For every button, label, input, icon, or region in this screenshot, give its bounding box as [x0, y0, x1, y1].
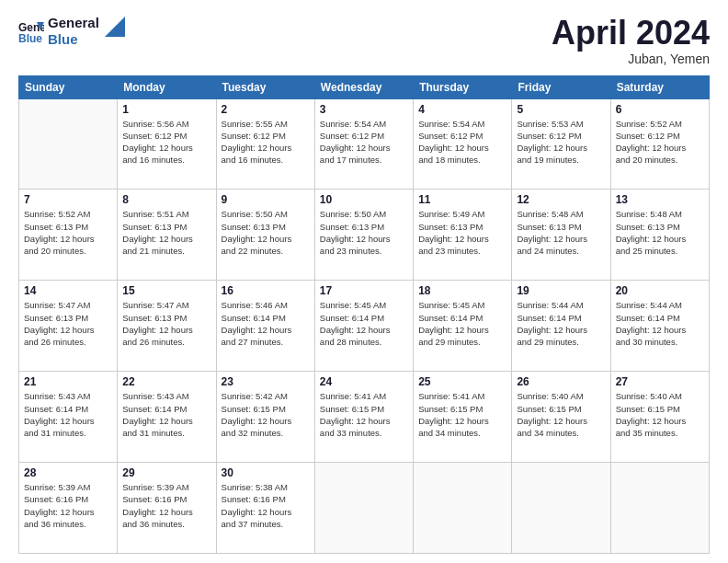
day-number: 20: [616, 284, 704, 297]
calendar-cell: 25Sunrise: 5:41 AMSunset: 6:15 PMDayligh…: [414, 372, 512, 463]
day-info: Sunrise: 5:54 AMSunset: 6:12 PMDaylight:…: [320, 118, 408, 167]
calendar-cell: 6Sunrise: 5:52 AMSunset: 6:12 PMDaylight…: [610, 98, 709, 190]
day-number: 10: [320, 193, 408, 206]
day-number: 26: [517, 375, 605, 388]
calendar-week-row: 7Sunrise: 5:52 AMSunset: 6:13 PMDaylight…: [19, 190, 710, 281]
day-info: Sunrise: 5:41 AMSunset: 6:15 PMDaylight:…: [418, 390, 506, 439]
day-info: Sunrise: 5:48 AMSunset: 6:13 PMDaylight:…: [616, 208, 704, 257]
calendar-cell: 30Sunrise: 5:38 AMSunset: 6:16 PMDayligh…: [216, 463, 314, 554]
day-number: 1: [122, 103, 210, 116]
day-number: 8: [122, 193, 210, 206]
calendar-cell: 15Sunrise: 5:47 AMSunset: 6:13 PMDayligh…: [118, 281, 216, 372]
calendar-week-row: 14Sunrise: 5:47 AMSunset: 6:13 PMDayligh…: [19, 281, 710, 372]
calendar-cell: 17Sunrise: 5:45 AMSunset: 6:14 PMDayligh…: [314, 281, 413, 372]
calendar-cell: 23Sunrise: 5:42 AMSunset: 6:15 PMDayligh…: [216, 372, 314, 463]
day-info: Sunrise: 5:51 AMSunset: 6:13 PMDaylight:…: [122, 208, 210, 257]
title-block: April 2024 Juban, Yemen: [552, 15, 710, 66]
day-number: 30: [222, 466, 310, 479]
calendar-cell: 12Sunrise: 5:48 AMSunset: 6:13 PMDayligh…: [512, 190, 610, 281]
calendar-cell: [610, 463, 709, 554]
calendar-cell: 3Sunrise: 5:54 AMSunset: 6:12 PMDaylight…: [314, 98, 413, 190]
month-title: April 2024: [552, 15, 710, 52]
day-info: Sunrise: 5:45 AMSunset: 6:14 PMDaylight:…: [418, 299, 506, 348]
day-info: Sunrise: 5:39 AMSunset: 6:16 PMDaylight:…: [122, 481, 210, 530]
calendar-cell: 16Sunrise: 5:46 AMSunset: 6:14 PMDayligh…: [216, 281, 314, 372]
calendar-cell: [19, 98, 118, 190]
calendar-week-row: 28Sunrise: 5:39 AMSunset: 6:16 PMDayligh…: [19, 463, 710, 554]
day-info: Sunrise: 5:45 AMSunset: 6:14 PMDaylight:…: [320, 299, 408, 348]
day-number: 19: [517, 284, 605, 297]
day-number: 11: [418, 193, 506, 206]
weekday-header-friday: Friday: [512, 75, 610, 98]
svg-marker-3: [105, 17, 125, 37]
weekday-header-monday: Monday: [118, 75, 216, 98]
day-number: 25: [418, 375, 506, 388]
day-number: 9: [222, 193, 310, 206]
calendar-cell: 5Sunrise: 5:53 AMSunset: 6:12 PMDaylight…: [512, 98, 610, 190]
day-info: Sunrise: 5:53 AMSunset: 6:12 PMDaylight:…: [517, 118, 605, 167]
day-info: Sunrise: 5:47 AMSunset: 6:13 PMDaylight:…: [122, 299, 210, 348]
day-number: 2: [222, 103, 310, 116]
day-number: 7: [24, 193, 112, 206]
calendar-cell: [414, 463, 512, 554]
day-info: Sunrise: 5:47 AMSunset: 6:13 PMDaylight:…: [24, 299, 112, 348]
day-info: Sunrise: 5:48 AMSunset: 6:13 PMDaylight:…: [517, 208, 605, 257]
weekday-header-wednesday: Wednesday: [314, 75, 413, 98]
calendar-cell: 7Sunrise: 5:52 AMSunset: 6:13 PMDaylight…: [19, 190, 118, 281]
location-subtitle: Juban, Yemen: [552, 52, 710, 66]
day-info: Sunrise: 5:46 AMSunset: 6:14 PMDaylight:…: [222, 299, 310, 348]
day-number: 21: [24, 375, 112, 388]
calendar-cell: 18Sunrise: 5:45 AMSunset: 6:14 PMDayligh…: [414, 281, 512, 372]
calendar-cell: 2Sunrise: 5:55 AMSunset: 6:12 PMDaylight…: [216, 98, 314, 190]
day-info: Sunrise: 5:54 AMSunset: 6:12 PMDaylight:…: [418, 118, 506, 167]
day-number: 16: [222, 284, 310, 297]
day-info: Sunrise: 5:52 AMSunset: 6:13 PMDaylight:…: [24, 208, 112, 257]
weekday-header-sunday: Sunday: [19, 75, 118, 98]
day-number: 23: [222, 375, 310, 388]
day-info: Sunrise: 5:39 AMSunset: 6:16 PMDaylight:…: [24, 481, 112, 530]
calendar-cell: 20Sunrise: 5:44 AMSunset: 6:14 PMDayligh…: [610, 281, 709, 372]
day-number: 13: [616, 193, 704, 206]
calendar-cell: 11Sunrise: 5:49 AMSunset: 6:13 PMDayligh…: [414, 190, 512, 281]
day-info: Sunrise: 5:40 AMSunset: 6:15 PMDaylight:…: [517, 390, 605, 439]
day-info: Sunrise: 5:50 AMSunset: 6:13 PMDaylight:…: [320, 208, 408, 257]
day-number: 14: [24, 284, 112, 297]
calendar-table: SundayMondayTuesdayWednesdayThursdayFrid…: [18, 75, 710, 554]
calendar-cell: 10Sunrise: 5:50 AMSunset: 6:13 PMDayligh…: [314, 190, 413, 281]
calendar-cell: 21Sunrise: 5:43 AMSunset: 6:14 PMDayligh…: [19, 372, 118, 463]
day-info: Sunrise: 5:52 AMSunset: 6:12 PMDaylight:…: [616, 118, 704, 167]
calendar-cell: 13Sunrise: 5:48 AMSunset: 6:13 PMDayligh…: [610, 190, 709, 281]
day-number: 6: [616, 103, 704, 116]
calendar-cell: 8Sunrise: 5:51 AMSunset: 6:13 PMDaylight…: [118, 190, 216, 281]
calendar-cell: 24Sunrise: 5:41 AMSunset: 6:15 PMDayligh…: [314, 372, 413, 463]
logo-icon: General Blue: [18, 18, 44, 44]
day-number: 15: [122, 284, 210, 297]
day-number: 18: [418, 284, 506, 297]
day-number: 17: [320, 284, 408, 297]
day-number: 29: [122, 466, 210, 479]
day-number: 12: [517, 193, 605, 206]
day-number: 3: [320, 103, 408, 116]
weekday-header-thursday: Thursday: [414, 75, 512, 98]
calendar-cell: 28Sunrise: 5:39 AMSunset: 6:16 PMDayligh…: [19, 463, 118, 554]
day-info: Sunrise: 5:49 AMSunset: 6:13 PMDaylight:…: [418, 208, 506, 257]
day-info: Sunrise: 5:38 AMSunset: 6:16 PMDaylight:…: [222, 481, 310, 530]
calendar-cell: 22Sunrise: 5:43 AMSunset: 6:14 PMDayligh…: [118, 372, 216, 463]
logo-blue: Blue: [48, 31, 99, 48]
weekday-header-tuesday: Tuesday: [216, 75, 314, 98]
day-info: Sunrise: 5:41 AMSunset: 6:15 PMDaylight:…: [320, 390, 408, 439]
calendar-cell: 1Sunrise: 5:56 AMSunset: 6:12 PMDaylight…: [118, 98, 216, 190]
day-number: 4: [418, 103, 506, 116]
day-info: Sunrise: 5:43 AMSunset: 6:14 PMDaylight:…: [24, 390, 112, 439]
day-info: Sunrise: 5:40 AMSunset: 6:15 PMDaylight:…: [616, 390, 704, 439]
calendar-cell: [512, 463, 610, 554]
day-info: Sunrise: 5:44 AMSunset: 6:14 PMDaylight:…: [517, 299, 605, 348]
day-number: 22: [122, 375, 210, 388]
day-number: 28: [24, 466, 112, 479]
day-number: 24: [320, 375, 408, 388]
calendar-week-row: 1Sunrise: 5:56 AMSunset: 6:12 PMDaylight…: [19, 98, 710, 190]
weekday-header-row: SundayMondayTuesdayWednesdayThursdayFrid…: [19, 75, 710, 98]
calendar-cell: 29Sunrise: 5:39 AMSunset: 6:16 PMDayligh…: [118, 463, 216, 554]
day-number: 5: [517, 103, 605, 116]
day-info: Sunrise: 5:55 AMSunset: 6:12 PMDaylight:…: [222, 118, 310, 167]
